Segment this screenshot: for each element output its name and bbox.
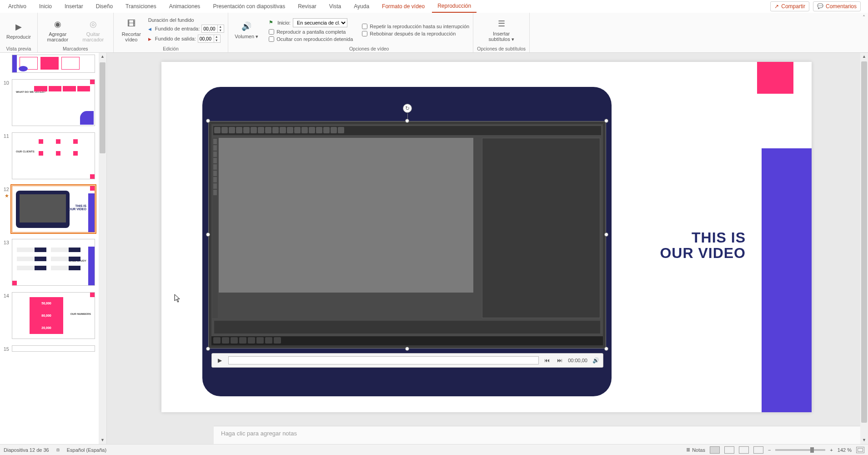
menu-animaciones[interactable]: Animaciones	[164, 0, 206, 12]
ribbon-captions-label: Opciones de subtítulos	[477, 45, 526, 51]
hide-checkbox-row[interactable]: Ocultar con reproducción detenida	[269, 36, 353, 42]
fade-out-input[interactable]	[198, 36, 214, 41]
slide-canvas[interactable]: THIS IS OUR VIDEO ↻	[161, 62, 812, 412]
fade-out-spinner[interactable]: ▲▼	[198, 35, 221, 43]
menu-insertar[interactable]: Insertar	[59, 0, 89, 12]
start-label: Inicio:	[277, 20, 291, 25]
slide-thumb-10[interactable]: WHAT DO WE OFFER?	[12, 79, 95, 126]
resize-handle[interactable]	[604, 233, 608, 237]
player-next-button[interactable]: ⏭	[555, 357, 564, 364]
zoom-level[interactable]: 142 %	[838, 447, 852, 453]
rewind-checkbox[interactable]	[362, 31, 367, 36]
menu-bar: Archivo Inicio Insertar Diseño Transicio…	[0, 0, 868, 13]
resize-handle[interactable]	[206, 347, 210, 351]
slide-thumb-14[interactable]: 50,000 80,000 20,000 OUR NUMBERS	[12, 292, 95, 339]
zoom-slider-knob[interactable]	[810, 447, 814, 453]
scroll-up-icon[interactable]: ▲	[860, 53, 868, 61]
decor-pink-square	[757, 62, 793, 94]
hide-checkbox[interactable]	[269, 36, 274, 42]
resize-handle[interactable]	[604, 347, 608, 351]
rewind-checkbox-row[interactable]: Rebobinar después de la reproducción	[362, 31, 456, 36]
play-preview-label: Reproducir	[6, 34, 31, 40]
trim-video-button[interactable]: 🎞 Recortar vídeo	[117, 17, 146, 43]
player-prev-button[interactable]: ⏮	[542, 357, 552, 364]
scroll-handle[interactable]	[861, 61, 867, 423]
thumb-12-t1: THIS IS	[69, 204, 86, 207]
accessibility-icon[interactable]: ⧈	[56, 447, 60, 453]
view-normal-icon[interactable]	[710, 446, 720, 454]
status-language[interactable]: Español (España)	[67, 447, 106, 453]
resize-handle[interactable]	[405, 119, 409, 123]
menu-vista[interactable]: Vista	[324, 0, 346, 12]
scroll-handle[interactable]	[100, 62, 105, 153]
resize-handle[interactable]	[206, 119, 210, 123]
view-sorter-icon[interactable]	[724, 446, 734, 454]
play-preview-button[interactable]: ▶ Reproducir	[4, 20, 34, 40]
fit-to-window-icon[interactable]	[856, 447, 864, 453]
menu-ayuda[interactable]: Ayuda	[348, 0, 375, 12]
start-select[interactable]: En secuencia de cl...	[293, 18, 347, 27]
add-bookmark-button[interactable]: ◉ Agregar marcador	[41, 17, 74, 43]
loop-checkbox[interactable]	[362, 24, 367, 29]
menu-reproduccion[interactable]: Reproducción	[432, 0, 477, 13]
ribbon-preview-label: Vista previa	[6, 45, 31, 51]
ribbon-group-bookmarks: ◉ Agregar marcador ◎ Quitar marcador Mar…	[38, 13, 114, 52]
share-button[interactable]: Compartir	[770, 1, 809, 11]
remove-bookmark-button: ◎ Quitar marcador	[77, 17, 110, 43]
view-reading-icon[interactable]	[739, 446, 749, 454]
resize-handle[interactable]	[405, 347, 409, 351]
zoom-in-button[interactable]: +	[830, 447, 833, 453]
editor-scrollbar[interactable]: ▲ ▼	[860, 53, 868, 444]
slide-thumb-11[interactable]: OUR CLIENTS	[12, 132, 95, 179]
fade-out-icon	[148, 36, 153, 41]
ribbon: ▶ Reproducir Vista previa ◉ Agregar marc…	[0, 13, 868, 53]
resize-handle[interactable]	[604, 119, 608, 123]
scroll-down-icon[interactable]: ▼	[860, 436, 868, 444]
player-play-button[interactable]: ▶	[215, 355, 225, 365]
video-frame[interactable]	[208, 121, 606, 349]
menu-formato-video[interactable]: Formato de vídeo	[376, 0, 430, 12]
resize-handle[interactable]	[206, 233, 210, 237]
notes-pane[interactable]: Haga clic para agregar notas	[214, 426, 860, 444]
fade-in-label: Fundido de entrada:	[155, 26, 200, 31]
slide-thumb-13[interactable]: CASE STUDY	[12, 239, 95, 286]
player-seek-track[interactable]	[228, 356, 539, 364]
status-slide-indicator[interactable]: Diapositiva 12 de 36	[4, 447, 49, 453]
comments-button[interactable]: Comentarios	[813, 1, 861, 11]
collapse-ribbon-icon[interactable]: ˄	[863, 15, 865, 21]
slide-thumbnail-panel: 9 10 WHAT DO WE OFFER?	[0, 53, 107, 444]
insert-captions-button[interactable]: ☰ Insertar subtítulos ▾	[485, 16, 518, 43]
volume-button[interactable]: 🔊 Volumen ▾	[232, 19, 261, 40]
rotate-handle-icon[interactable]: ↻	[403, 104, 412, 113]
view-slideshow-icon[interactable]	[753, 446, 763, 454]
rewind-label: Rebobinar después de la reproducción	[370, 31, 456, 36]
video-object-selection[interactable]: ↻	[208, 121, 606, 349]
scroll-track[interactable]	[860, 61, 868, 436]
slide-thumb-15-partial[interactable]	[12, 345, 95, 352]
menu-archivo[interactable]: Archivo	[3, 0, 32, 12]
zoom-slider[interactable]	[775, 449, 825, 451]
slide-editor[interactable]: THIS IS OUR VIDEO ↻	[107, 53, 868, 444]
slide-thumb-12[interactable]: THIS IS OUR VIDEO	[12, 186, 95, 233]
loop-checkbox-row[interactable]: Repetir la reproducción hasta su interru…	[362, 24, 469, 29]
notes-toggle[interactable]: ≣Notas	[686, 447, 705, 453]
fade-in-spinner[interactable]: ▲▼	[201, 25, 224, 33]
player-volume-button[interactable]: 🔊	[591, 357, 600, 364]
loop-label: Repetir la reproducción hasta su interru…	[370, 24, 469, 29]
scroll-up-icon[interactable]: ▲	[99, 53, 106, 61]
menu-presentacion[interactable]: Presentación con diapositivas	[207, 0, 291, 12]
thumb-scrollbar[interactable]: ▲ ▼	[99, 53, 106, 444]
share-label: Compartir	[781, 3, 805, 10]
menu-diseno[interactable]: Diseño	[90, 0, 118, 12]
fullscreen-checkbox[interactable]	[269, 29, 274, 35]
menu-transiciones[interactable]: Transiciones	[120, 0, 162, 12]
scroll-down-icon[interactable]: ▼	[99, 436, 106, 444]
fullscreen-label: Reproducir a pantalla completa	[276, 29, 346, 35]
fullscreen-checkbox-row[interactable]: Reproducir a pantalla completa	[269, 29, 346, 35]
zoom-out-button[interactable]: −	[768, 447, 771, 453]
slide-thumb-9-partial[interactable]	[12, 55, 95, 73]
fade-in-input[interactable]	[202, 26, 217, 31]
menu-inicio[interactable]: Inicio	[34, 0, 57, 12]
scroll-track[interactable]	[99, 61, 106, 436]
menu-revisar[interactable]: Revisar	[292, 0, 322, 12]
